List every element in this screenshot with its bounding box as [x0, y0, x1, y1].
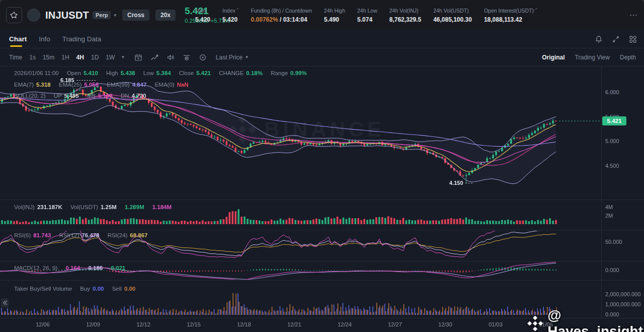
- last-price-badge: 5.421: [602, 116, 626, 125]
- time-axis-label: 01/03: [489, 321, 503, 327]
- time-axis-label: 12/24: [338, 321, 352, 327]
- axis-label: 0.000: [605, 267, 619, 273]
- indicators-button[interactable]: [150, 53, 158, 61]
- date-range-button[interactable]: [134, 53, 142, 61]
- stat-24h-vol-inj: 24h Vol(INJ) 8,762,329.5: [389, 8, 421, 23]
- margin-mode-button[interactable]: Cross: [122, 10, 149, 21]
- megaphone-icon: [167, 53, 175, 61]
- price-source-selector[interactable]: Last Price ▾: [216, 54, 248, 61]
- chart-region: BINANCE 2026/01/06 11:00 Open5.410 High5…: [0, 67, 644, 332]
- grid-layout-icon: [629, 35, 637, 43]
- time-axis-label: 12/18: [237, 321, 251, 327]
- leverage-button[interactable]: 20x: [155, 10, 176, 21]
- pane-divider: [0, 280, 644, 281]
- chart-tabs: Chart Info Trading Data: [0, 30, 644, 48]
- stat-open-interest: Open Interest(USDT)↗ 18,088,113.42: [484, 7, 537, 23]
- announcement-button[interactable]: [167, 53, 175, 61]
- pane-divider: [0, 230, 644, 230]
- info-superscript-icon: ↗: [236, 7, 239, 11]
- stat-24h-low: 24h Low 5.074: [357, 8, 377, 23]
- time-axis-label: 12/06: [36, 321, 50, 327]
- axis-label: 2M: [605, 213, 613, 219]
- time-axis-label: 12/30: [438, 321, 452, 327]
- interval-time[interactable]: Time: [9, 54, 22, 61]
- symbol-selector[interactable]: INJUSDT Perp ▾: [45, 10, 116, 21]
- interval-1w[interactable]: 1W: [106, 54, 115, 61]
- funding-countdown: / 03:14:04: [278, 16, 307, 23]
- interval-15m[interactable]: 15m: [43, 54, 54, 61]
- chevron-down-icon: ▾: [114, 13, 116, 18]
- stat-mark: Mark 5.420: [195, 8, 210, 23]
- chart-toolbar: Time 1s 15m 1H 4H 1D 1W ▾ Last Price: [0, 48, 644, 67]
- axis-label: 4.500: [605, 163, 619, 169]
- stat-24h-high: 24h High 5.490: [324, 8, 345, 23]
- price-axis-border: [601, 67, 602, 318]
- view-mode-tradingview[interactable]: Trading View: [575, 54, 610, 61]
- interval-dropdown-caret[interactable]: ▾: [122, 55, 124, 59]
- interval-4h[interactable]: 4H: [76, 54, 84, 61]
- favorite-button[interactable]: [6, 7, 22, 23]
- axis-label: 2,000,000.000: [605, 291, 640, 297]
- target-icon: [199, 53, 207, 61]
- time-axis-label: 12/15: [187, 321, 201, 327]
- fullscreen-button[interactable]: [612, 35, 620, 43]
- double-chevron-left-icon: [3, 300, 8, 305]
- collapse-panel-button[interactable]: [1, 298, 9, 307]
- coin-logo: [27, 9, 40, 22]
- interval-1s[interactable]: 1s: [29, 54, 36, 61]
- binance-futures-window: INJUSDT Perp ▾ Cross 20x 5.421 0.293000 …: [0, 0, 644, 332]
- time-axis-label: 01/06: [539, 321, 553, 327]
- symbol-name: INJUSDT: [45, 10, 89, 21]
- time-axis[interactable]: 12/0612/0912/1212/1512/1812/2112/2412/27…: [0, 318, 601, 332]
- market-type-badge: Perp: [93, 11, 111, 19]
- star-icon: [10, 11, 18, 19]
- calendar-icon: [134, 53, 142, 61]
- expand-arrows-icon: [612, 35, 620, 43]
- indicator-chart-icon: [150, 53, 158, 61]
- display-settings-icon: [183, 53, 191, 61]
- pane-divider: [0, 200, 644, 200]
- axis-label: 50.000: [605, 239, 622, 245]
- tab-info[interactable]: Info: [39, 30, 50, 48]
- alert-bell-button[interactable]: [595, 35, 603, 43]
- price-source-label: Last Price: [216, 54, 243, 61]
- chevron-down-icon: ▾: [246, 55, 248, 59]
- info-superscript-icon: ↗: [534, 7, 537, 11]
- interval-1d[interactable]: 1D: [91, 54, 99, 61]
- view-mode-depth[interactable]: Depth: [620, 54, 636, 61]
- tab-trading-data[interactable]: Trading Data: [62, 30, 102, 48]
- axis-label: 0.000: [605, 311, 619, 317]
- axis-label: 5.000: [605, 138, 619, 144]
- bell-icon: [595, 35, 603, 43]
- time-axis-label: 12/21: [287, 321, 301, 327]
- stat-funding: Funding (8h) / Countdown 0.00762% / 03:1…: [251, 8, 312, 23]
- time-axis-label: 12/09: [86, 321, 100, 327]
- stat-24h-vol-usdt: 24h Vol(USDT) 46,085,100.30: [433, 8, 472, 23]
- view-mode-original[interactable]: Original: [542, 54, 565, 61]
- axis-label: 4M: [605, 204, 613, 210]
- time-axis-label: 12/27: [388, 321, 402, 327]
- axis-label: 6.000: [605, 89, 619, 95]
- interval-1h[interactable]: 1H: [61, 54, 69, 61]
- pane-divider: [0, 261, 644, 261]
- more-button[interactable]: ⋯: [629, 10, 638, 20]
- tab-chart[interactable]: Chart: [9, 30, 27, 48]
- symbol-header: INJUSDT Perp ▾ Cross 20x 5.421 0.293000 …: [0, 0, 644, 30]
- market-stats: Mark 5.420 Index↗ 5.420 Funding (8h) / C…: [195, 0, 537, 30]
- time-axis-label: 12/12: [136, 321, 150, 327]
- stat-index: Index↗ 5.420: [222, 7, 239, 23]
- layout-grid-button[interactable]: [629, 35, 637, 43]
- crosshair-button[interactable]: [199, 53, 207, 61]
- axis-label: 1,000,000.000: [605, 301, 640, 307]
- chart-display-settings-button[interactable]: [183, 53, 191, 61]
- funding-rate: 0.00762%: [251, 16, 278, 23]
